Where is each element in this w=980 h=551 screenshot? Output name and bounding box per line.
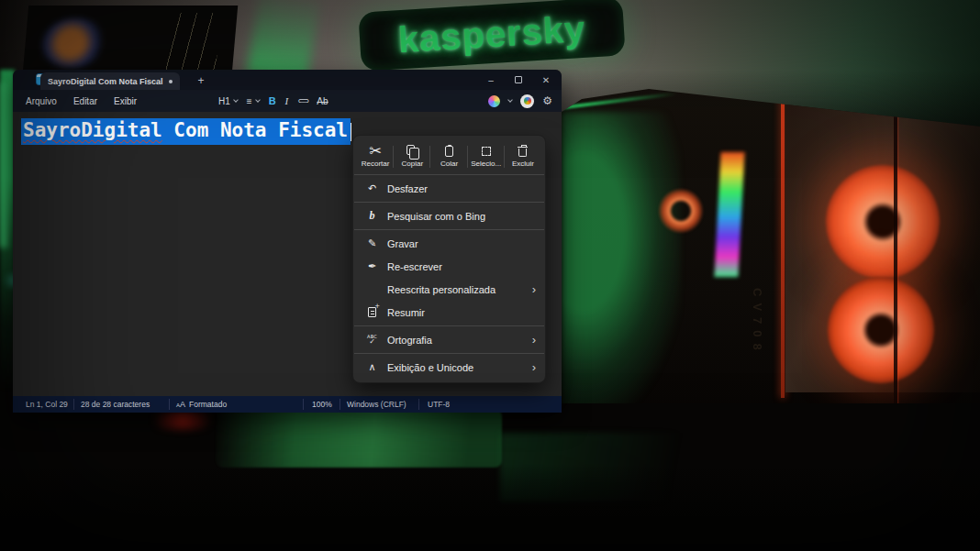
status-bar: Ln 1, Col 29 28 de 28 caracteres AA Form… — [13, 396, 562, 413]
green-mousepad — [216, 409, 502, 468]
select-all-action[interactable]: Selecio... — [468, 140, 505, 171]
format-status[interactable]: AA Formatado — [176, 396, 227, 413]
paste-icon — [445, 145, 453, 158]
context-menu-item-gravar[interactable]: ✎ Gravar — [353, 232, 545, 255]
settings-gear-icon[interactable]: ⚙ — [542, 94, 552, 107]
menu-separator — [354, 353, 544, 354]
case-vent-slats — [161, 13, 220, 70]
document-tab[interactable]: SayroDigital Com Nota Fiscal — [40, 72, 180, 90]
menu-separator — [354, 202, 544, 203]
rewrite-pen-icon: ✒ — [365, 260, 379, 272]
context-menu-item-ortografia[interactable]: ABC✓ Ortografia › — [353, 328, 545, 351]
orange-fan-bottom — [828, 277, 934, 383]
menu-separator — [354, 229, 544, 230]
text-caret — [351, 123, 351, 141]
list-dropdown[interactable]: ≡ — [247, 96, 260, 106]
pc-case-right: CV708 — [562, 84, 980, 444]
menu-exibir[interactable]: Exibir — [114, 96, 137, 106]
account-avatar[interactable] — [520, 94, 534, 108]
submenu-arrow-icon: › — [532, 283, 536, 295]
trash-icon — [518, 145, 527, 158]
glass-edge-red-line — [781, 94, 785, 398]
delete-action[interactable]: Excluir — [505, 140, 541, 171]
link-button[interactable]: ⊂⊃ — [297, 96, 307, 105]
context-menu-action-row: ✂ Recortar Copiar Colar Selecio... Exclu… — [353, 138, 545, 172]
encoding[interactable]: UTF-8 — [428, 396, 450, 413]
pc-case-top-left — [23, 6, 238, 73]
context-menu-item-exibicao-unicode[interactable]: ∧ Exibição e Unicode › — [353, 356, 545, 379]
context-menu: ✂ Recortar Copiar Colar Selecio... Exclu… — [352, 135, 546, 383]
cursor-position: Ln 1, Col 29 — [26, 396, 68, 413]
desk-area — [0, 403, 980, 551]
status-separator — [303, 399, 304, 410]
menu-separator — [354, 174, 544, 175]
select-all-icon — [482, 145, 491, 158]
spellcheck-icon: ABC✓ — [365, 335, 379, 346]
copy-action[interactable]: Copiar — [394, 140, 430, 171]
summarize-doc-icon: + — [365, 307, 379, 317]
selected-text[interactable]: SayroDigital Com Nota Fiscal — [21, 118, 351, 145]
status-separator — [340, 399, 340, 410]
avatar-logo — [524, 97, 531, 105]
kaspersky-logo-text: kaspersky — [396, 7, 586, 60]
context-menu-item-resumir[interactable]: + Resumir — [353, 301, 545, 324]
heading-dropdown[interactable]: H1 — [218, 96, 238, 106]
context-menu-item-pesquisar-bing[interactable]: b Pesquisar com o Bing — [353, 204, 545, 227]
menu-bar: Arquivo Editar Exibir — [26, 96, 137, 106]
formatting-icon: AA — [176, 400, 185, 409]
copilot-icon[interactable] — [488, 95, 500, 107]
bold-button[interactable]: B — [269, 95, 276, 106]
case-seam-line — [894, 92, 897, 436]
minimize-button[interactable]: – — [477, 70, 505, 90]
status-separator — [418, 399, 419, 410]
desk-dark-fade — [0, 464, 980, 551]
close-button[interactable]: ✕ — [532, 70, 560, 90]
bing-icon: b — [365, 209, 379, 223]
left-green-glow-core — [0, 83, 7, 248]
italic-button[interactable]: I — [285, 95, 289, 106]
chevron-down-icon — [233, 97, 239, 103]
character-count: 28 de 28 caracteres — [81, 396, 150, 413]
new-tab-button[interactable]: + — [193, 72, 209, 89]
cut-action[interactable]: ✂ Recortar — [357, 140, 394, 171]
title-bar: SayroDigital Com Nota Fiscal + – ✕ — [13, 70, 562, 90]
case-model-label: CV708 — [751, 288, 764, 357]
chevron-down-icon — [255, 97, 261, 103]
rgb-fan-glow — [39, 18, 108, 68]
orange-fan-top — [826, 165, 940, 279]
list-icon: ≡ — [247, 96, 252, 106]
menu-arquivo[interactable]: Arquivo — [26, 96, 57, 106]
status-separator — [169, 399, 170, 410]
zoom-level[interactable]: 100% — [312, 396, 332, 413]
format-label: Formatado — [189, 400, 227, 409]
submenu-arrow-icon: › — [532, 334, 536, 346]
misspelled-word: SayroDigital — [23, 119, 162, 141]
context-menu-item-re-escrever[interactable]: ✒ Re-escrever — [353, 255, 545, 278]
window-controls: – ✕ — [477, 70, 560, 90]
undo-icon: ↶ — [365, 182, 379, 194]
heading-label: H1 — [218, 96, 230, 106]
maximize-button[interactable] — [505, 70, 532, 90]
cpu-cooler-orange-ring — [657, 187, 705, 235]
status-separator — [73, 399, 74, 410]
caret-icon: ∧ — [365, 361, 379, 373]
submenu-arrow-icon: › — [532, 361, 536, 373]
paste-action[interactable]: Colar — [430, 140, 467, 171]
menu-editar[interactable]: Editar — [73, 96, 97, 106]
menu-separator — [354, 325, 544, 326]
selected-text-rest: Com Nota Fiscal — [162, 119, 348, 141]
context-menu-item-reescrita-personalizada[interactable]: Reescrita personalizada › — [353, 278, 545, 301]
rgb-ram-strip — [714, 152, 744, 277]
tab-title: SayroDigital Com Nota Fiscal — [48, 77, 163, 86]
line-ending[interactable]: Windows (CRLF) — [347, 396, 406, 413]
red-light-streak — [143, 411, 222, 429]
interior-green-glow — [562, 112, 681, 414]
maximize-icon — [515, 76, 522, 83]
format-toolbar: H1 ≡ B I ⊂⊃ Ab — [218, 95, 329, 106]
scissors-icon: ✂ — [369, 145, 381, 158]
clear-format-button[interactable]: Ab — [317, 96, 328, 106]
context-menu-item-desfazer[interactable]: ↶ Desfazer — [353, 177, 545, 200]
screenshot-root: kaspersky CV708 SayroDigital Com Nota Fi… — [0, 0, 980, 551]
copilot-chevron-down-icon[interactable] — [507, 97, 513, 103]
record-pen-icon: ✎ — [365, 237, 379, 249]
